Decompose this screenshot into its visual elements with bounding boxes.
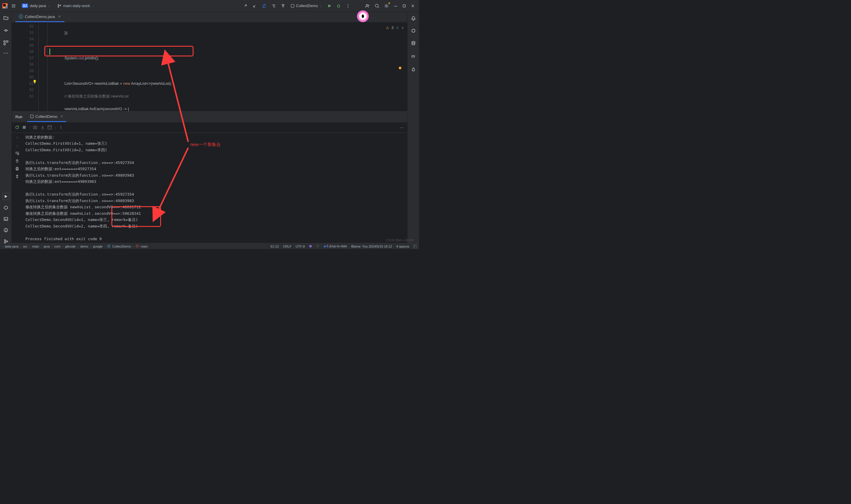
svg-rect-1 <box>3 4 6 6</box>
run-tab-name: CollectDemo <box>35 114 57 119</box>
svg-point-29 <box>7 53 8 53</box>
shield-icon[interactable]: ⛉ <box>316 245 320 248</box>
search-icon[interactable] <box>373 2 381 10</box>
scroll-to-end-icon[interactable] <box>15 159 19 163</box>
code-content[interactable]: }); System.out.println(); List<SecondVO>… <box>52 22 407 111</box>
build-icon[interactable] <box>410 66 417 73</box>
blame-info[interactable]: Blame: You 2024/5/10 16:12 <box>351 245 392 248</box>
svg-point-13 <box>348 7 348 7</box>
line-separator[interactable]: CRLF <box>283 245 292 248</box>
branch-name: main-daily-work <box>63 3 90 8</box>
intention-bulb-icon[interactable]: 💡 <box>33 80 37 84</box>
run-panel: Run CollectDemo ✕ | | — <box>12 111 407 244</box>
intellij-logo <box>2 3 8 8</box>
main-menu-icon[interactable] <box>10 2 17 10</box>
run-tool-icon[interactable] <box>2 193 10 200</box>
svg-rect-40 <box>31 115 33 118</box>
svg-point-48 <box>60 128 61 129</box>
svg-rect-44 <box>48 126 51 129</box>
run-button[interactable] <box>326 2 333 10</box>
git-branch-selector[interactable]: main-daily-work ⌄ <box>55 2 97 9</box>
layout-icon[interactable] <box>48 125 52 129</box>
vcs-tool-icon[interactable] <box>2 238 10 245</box>
svg-rect-24 <box>4 41 5 42</box>
editor-tab[interactable]: C CollectDemo.java ✕ <box>15 12 65 22</box>
chevron-down-icon: ⌄ <box>320 4 322 7</box>
run-panel-title: Run <box>15 115 22 119</box>
tab-name: CollectDemo.java <box>25 15 55 19</box>
scroll-down-icon[interactable]: ↓ <box>16 143 18 148</box>
encoding[interactable]: UTF-8 <box>295 245 305 248</box>
structure-tool-icon[interactable] <box>2 39 10 47</box>
commit-tool-icon[interactable] <box>2 26 10 34</box>
panel-minimize-icon[interactable]: — <box>400 125 404 130</box>
vcs-marker <box>49 49 50 55</box>
line-numbers: 525354555657585960616263 <box>12 22 38 111</box>
warning-count: 3 <box>392 25 394 30</box>
svg-point-35 <box>4 242 6 243</box>
run-more-icon[interactable] <box>59 125 63 129</box>
project-selector[interactable]: DJ daily-java ⌄ <box>19 2 53 9</box>
svg-point-52 <box>412 41 415 42</box>
sync-icon[interactable] <box>260 2 268 10</box>
close-tab-icon[interactable]: ✕ <box>58 15 61 19</box>
stop-icon[interactable] <box>22 126 26 129</box>
run-config-name: CollectDemo <box>296 3 318 8</box>
screenshot-icon[interactable] <box>33 125 38 130</box>
svg-point-34 <box>4 239 6 241</box>
ai-icon[interactable] <box>410 27 417 34</box>
project-tool-icon[interactable] <box>2 14 10 22</box>
arrow-in-icon[interactable] <box>251 2 259 10</box>
console-output[interactable]: 转换之前的数据: CollectDemo.FirstVO(id=1, name=… <box>22 133 407 244</box>
database-icon[interactable] <box>410 40 417 47</box>
scroll-up-icon[interactable]: ↑ <box>16 135 18 140</box>
maven-icon[interactable]: m <box>410 52 416 60</box>
more-tool-icon[interactable] <box>2 51 10 55</box>
rerun-icon[interactable] <box>15 125 19 130</box>
run-tab[interactable]: CollectDemo ✕ <box>27 112 66 122</box>
debug-button[interactable] <box>334 2 343 10</box>
clear-icon[interactable] <box>15 174 19 178</box>
svg-point-27 <box>3 53 4 53</box>
next-highlight-icon[interactable]: ∨ <box>401 25 404 30</box>
arrow-out-icon[interactable] <box>241 2 249 10</box>
print-icon[interactable] <box>15 167 19 171</box>
svg-rect-25 <box>6 41 8 42</box>
sync-status[interactable]: ◆ 5 Δ/up-to-date <box>324 244 347 248</box>
filter-icon[interactable] <box>279 2 287 10</box>
chevron-down-icon: ⌄ <box>92 4 94 7</box>
breadcrumb[interactable]: daily-java› src› main› java› com› gitcod… <box>5 244 148 249</box>
close-icon[interactable] <box>409 2 417 10</box>
settings-icon[interactable] <box>382 2 391 10</box>
title-bar: DJ daily-java ⌄ main-daily-work ⌄ Collec… <box>0 0 419 12</box>
minimize-icon[interactable] <box>392 2 399 10</box>
ai-assistant-avatar[interactable] <box>357 10 369 22</box>
close-run-tab-icon[interactable]: ✕ <box>60 114 63 119</box>
run-config-selector[interactable]: CollectDemo ⌄ <box>288 2 324 9</box>
cursor-position[interactable]: 61:12 <box>271 245 279 248</box>
soft-wrap-icon[interactable] <box>15 151 19 156</box>
notifications-icon[interactable] <box>410 15 417 22</box>
svg-point-16 <box>386 5 387 6</box>
services-tool-icon[interactable] <box>2 204 10 211</box>
maximize-icon[interactable] <box>401 2 408 10</box>
step-icon[interactable] <box>270 2 278 10</box>
problems-tool-icon[interactable] <box>2 227 10 234</box>
more-icon[interactable] <box>344 2 352 10</box>
right-tool-sidebar: m <box>407 12 419 243</box>
warning-icon[interactable]: ⚠ <box>386 26 389 30</box>
svg-point-43 <box>35 127 36 128</box>
prev-highlight-icon[interactable]: ∧ <box>396 25 399 30</box>
code-editor[interactable]: 525354555657585960616263 💡 }); System.ou… <box>12 22 407 111</box>
svg-point-15 <box>375 4 378 7</box>
terminal-tool-icon[interactable] <box>2 215 10 222</box>
error-stripe-marker[interactable] <box>399 67 401 69</box>
svg-point-47 <box>60 127 61 128</box>
indent-info[interactable]: 4 spaces <box>396 245 409 248</box>
reader-mode-icon[interactable]: 🄿 <box>413 245 417 248</box>
copilot-icon[interactable]: ⬢ <box>309 244 312 248</box>
console-side-toolbar: ↑ ↓ <box>12 133 22 244</box>
code-with-me-icon[interactable] <box>363 2 372 10</box>
export-icon[interactable] <box>40 125 44 129</box>
annotation-text: new一个新集合 <box>190 142 221 147</box>
